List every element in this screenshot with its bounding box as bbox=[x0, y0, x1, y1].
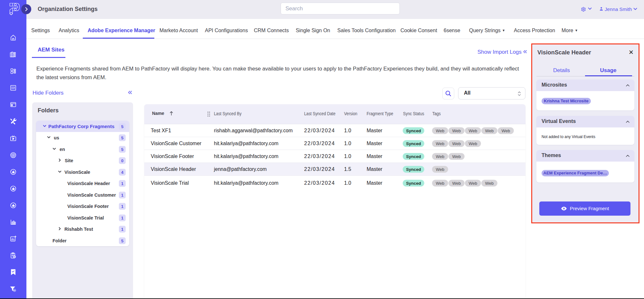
svg-text:$: $ bbox=[14, 289, 15, 292]
